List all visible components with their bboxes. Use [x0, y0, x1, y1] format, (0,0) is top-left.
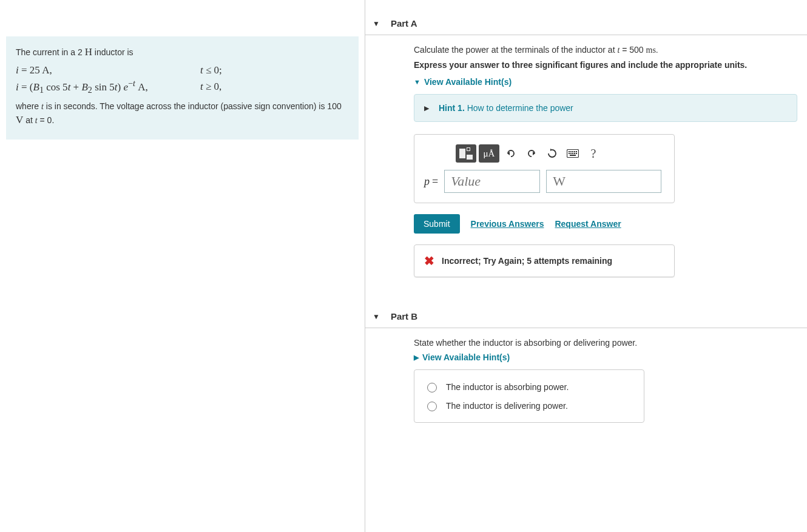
svg-rect-2 — [467, 148, 470, 150]
chevron-right-icon: ▶ — [414, 354, 419, 362]
problem-statement: The current in a 2 H inductor is i = 25 … — [6, 36, 359, 140]
radio-delivering[interactable] — [427, 402, 437, 411]
hint-1[interactable]: ▶ Hint 1. How to determine the power — [414, 94, 797, 122]
units-button[interactable]: μÅ — [479, 144, 499, 163]
view-hints-link-b[interactable]: ▶ View Available Hint(s) — [414, 352, 797, 362]
chevron-down-icon: ▼ — [373, 312, 380, 321]
svg-rect-10 — [569, 153, 570, 154]
problem-footer: where t is in seconds. The voltage acros… — [16, 101, 349, 127]
svg-rect-13 — [574, 153, 575, 154]
equation-1: i = 25 A, t ≤ 0; — [16, 63, 349, 78]
part-b-header[interactable]: ▼ Part B — [365, 305, 807, 328]
part-a-label: Part A — [391, 18, 417, 29]
part-b-label: Part B — [391, 311, 417, 322]
svg-rect-12 — [572, 153, 573, 154]
svg-rect-14 — [576, 153, 577, 154]
undo-button[interactable] — [502, 144, 520, 163]
options-panel: The inductor is absorbing power. The ind… — [414, 369, 644, 423]
answer-panel: μÅ ? p = — [414, 134, 675, 203]
redo-button[interactable] — [522, 144, 541, 163]
part-b-prompt: State whether the inductor is absorbing … — [414, 338, 797, 348]
unit-input[interactable] — [546, 170, 661, 193]
feedback-box: ✖ Incorrect; Try Again; 5 attempts remai… — [414, 244, 675, 277]
part-a-instructions: Express your answer to three significant… — [414, 60, 797, 70]
value-input[interactable] — [444, 170, 540, 193]
answer-variable: p = — [424, 175, 438, 188]
problem-intro: The current in a 2 H inductor is — [16, 45, 349, 59]
previous-answers-link[interactable]: Previous Answers — [471, 219, 544, 229]
option-delivering[interactable]: The inductor is delivering power. — [424, 396, 634, 415]
option-absorbing[interactable]: The inductor is absorbing power. — [424, 377, 634, 396]
svg-rect-3 — [467, 155, 473, 160]
chevron-down-icon: ▼ — [414, 78, 420, 86]
submit-button[interactable]: Submit — [414, 214, 460, 234]
keyboard-button[interactable] — [564, 144, 582, 163]
help-button[interactable]: ? — [584, 144, 603, 163]
equation-2: i = (B1 cos 5t + B2 sin 5t) e−t A, t ≥ 0… — [16, 78, 349, 96]
svg-rect-11 — [570, 153, 572, 154]
template-button[interactable] — [456, 144, 476, 163]
chevron-down-icon: ▼ — [373, 19, 380, 28]
incorrect-icon: ✖ — [424, 254, 434, 268]
svg-rect-8 — [574, 151, 575, 152]
request-answer-link[interactable]: Request Answer — [555, 219, 621, 229]
part-a-prompt: Calculate the power at the terminals of … — [414, 45, 797, 55]
chevron-right-icon: ▶ — [424, 104, 429, 112]
svg-rect-7 — [572, 151, 573, 152]
reset-button[interactable] — [543, 144, 561, 163]
radio-absorbing[interactable] — [427, 383, 437, 392]
svg-rect-15 — [570, 155, 576, 156]
svg-rect-5 — [569, 151, 570, 152]
svg-rect-0 — [459, 149, 465, 158]
svg-rect-9 — [576, 151, 577, 152]
view-hints-link-a[interactable]: ▼ View Available Hint(s) — [414, 77, 797, 87]
part-a-header[interactable]: ▼ Part A — [365, 12, 807, 35]
answer-toolbar: μÅ ? — [456, 144, 664, 163]
feedback-text: Incorrect; Try Again; 5 attempts remaini… — [442, 256, 612, 266]
svg-rect-6 — [570, 151, 572, 152]
